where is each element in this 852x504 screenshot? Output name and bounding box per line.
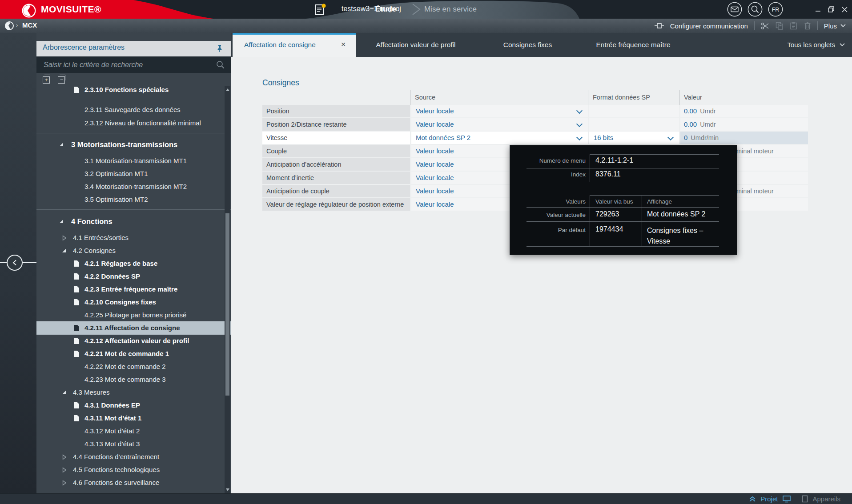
tree-item[interactable]: 4.2.25 Pilotage par bornes priorisé	[36, 308, 225, 322]
title-bar: MOVISUITE® testsew3~1.msproj Étude Mise …	[0, 0, 852, 19]
tree-item-selected[interactable]: 4.2.11 Affectation de consigne	[36, 321, 231, 335]
brand-name: MOVISUITE®	[41, 4, 101, 15]
tree-search-box	[36, 56, 231, 73]
tree-item[interactable]: 4.3.12 Mot d’état 2	[36, 424, 225, 438]
expanded-triangle-icon[interactable]	[60, 220, 63, 223]
paste-icon[interactable]	[790, 22, 798, 30]
tree-scrollbar[interactable]	[225, 86, 230, 493]
search-input[interactable]	[43, 58, 209, 72]
tree-item[interactable]: 4.6 Fonctions de surveillance	[36, 476, 225, 489]
tree-item[interactable]: 4.4 Fonctions d’entraînement	[36, 450, 225, 464]
tree-item[interactable]: 4.2.22 Mot de commande 2	[36, 360, 225, 373]
tree-item[interactable]: 4.5 Fonctions technologiques	[36, 463, 225, 476]
value-field[interactable]: 0.00Umdr	[680, 105, 808, 117]
tree-item[interactable]: 4.3.13 Mot d’état 3	[36, 437, 225, 451]
source-dropdown[interactable]: Valeur locale	[411, 118, 588, 131]
breadcrumb-chevron: ›	[16, 22, 18, 28]
tab-affectation-valeur-de-profil[interactable]: Affectation valeur de profil	[360, 33, 472, 57]
scroll-up-icon[interactable]	[226, 88, 229, 91]
document-icon	[74, 351, 79, 357]
document-icon	[74, 325, 79, 331]
close-tab-icon[interactable]: ✕	[341, 41, 346, 48]
scroll-down-icon[interactable]	[226, 488, 229, 491]
value-field[interactable]: 0.00Umdr	[680, 118, 808, 131]
project-file-icon[interactable]	[314, 3, 327, 16]
monitor-icon[interactable]	[782, 495, 791, 503]
tree-item[interactable]: 3.2 Optimisation MT1	[36, 167, 225, 180]
expanded-triangle-icon[interactable]	[62, 391, 66, 394]
tab-bar: Affectation de consigne ✕ Affectation va…	[231, 33, 852, 57]
tab-affectation-de-consigne[interactable]: Affectation de consigne ✕	[233, 33, 356, 57]
plus-menu-button[interactable]: Plus	[824, 22, 846, 30]
tree-group[interactable]: 4 Fonctions	[36, 214, 225, 229]
tree-item[interactable]: 4.2.2 Données SP	[36, 270, 225, 283]
configure-communication-icon[interactable]	[655, 22, 664, 29]
tree-item[interactable]: 4.2.23 Mot de commande 3	[36, 373, 225, 386]
menu-number-value: 4.2.11-1.2-1	[595, 156, 633, 164]
tree-item[interactable]: 3.4 Motorisation-transmission MT2	[36, 180, 225, 193]
svg-text:FR: FR	[772, 7, 780, 13]
scrollbar-thumb[interactable]	[225, 213, 229, 396]
project-view-button[interactable]: Projet	[760, 495, 778, 503]
tab-entree-frequence-maitre[interactable]: Entrée fréquence maître	[582, 33, 684, 57]
search-icon[interactable]	[748, 2, 763, 17]
default-bus-value: 1974434	[595, 225, 623, 233]
tree-item[interactable]: 4.3 Mesures	[36, 386, 225, 399]
collapsed-triangle-icon[interactable]	[62, 454, 67, 460]
collapsed-triangle-icon[interactable]	[62, 467, 67, 473]
close-icon[interactable]	[839, 0, 850, 19]
collapse-all-icon[interactable]: −	[58, 76, 65, 84]
document-icon	[74, 87, 79, 93]
language-badge[interactable]: FR	[768, 2, 783, 17]
tab-consignes-fixes[interactable]: Consignes fixes	[480, 33, 575, 57]
format-dropdown[interactable]: 16 bits	[589, 132, 679, 144]
command-bar: › MCX Configurer communication	[0, 19, 852, 33]
copy-icon[interactable]	[776, 22, 784, 30]
message-icon[interactable]	[727, 2, 742, 17]
movisuite-window: MOVISUITE® testsew3~1.msproj Étude Mise …	[0, 0, 852, 504]
tree-item[interactable]: 2.3.12 Niveau de fonctionnalité minimal	[36, 116, 225, 130]
index-label: Index	[510, 171, 586, 178]
tree-item[interactable]: 2.3.11 Sauvegarde des données	[36, 103, 225, 116]
collapsed-triangle-icon[interactable]	[62, 235, 67, 241]
tree-item[interactable]: 4.2.10 Consignes fixes	[36, 296, 225, 309]
source-dropdown[interactable]: Valeur locale	[411, 105, 588, 117]
all-tabs-button[interactable]: Tous les onglets	[787, 33, 845, 57]
tree-group-divider	[36, 133, 231, 133]
devices-view-button[interactable]: Appareils	[812, 495, 840, 503]
pin-icon[interactable]	[216, 44, 224, 53]
tree-item[interactable]: 4.2.1 Réglages de base	[36, 257, 225, 270]
tree-item[interactable]: 3.1 Motorisation-transmission MT1	[36, 154, 225, 168]
expand-all-icon[interactable]: +	[43, 76, 50, 84]
delete-icon[interactable]	[804, 22, 811, 30]
expanded-triangle-icon[interactable]	[62, 249, 66, 252]
tree-group[interactable]: 3 Motorisations-transmissions	[36, 137, 225, 152]
phase-tab-etude[interactable]: Étude	[365, 0, 407, 19]
expanded-triangle-icon[interactable]	[60, 143, 63, 146]
minimize-button[interactable]	[812, 0, 824, 19]
source-dropdown[interactable]: Mot données SP 2	[411, 132, 588, 144]
cut-icon[interactable]	[761, 22, 769, 30]
toolbar-divider	[754, 21, 755, 30]
tree-item[interactable]: 4.2.21 Mot de commande 1	[36, 347, 225, 360]
collapse-panel-button[interactable]	[7, 255, 23, 271]
parameter-page: Consignes Source Format données SP Valeu…	[231, 57, 852, 493]
tree-item[interactable]: 2.3.10 Fonctions spéciales	[36, 86, 225, 96]
tree-item[interactable]: 4.2.12 Affectation valeur de profil	[36, 334, 225, 348]
restore-button[interactable]	[825, 0, 837, 19]
tree-item[interactable]: 4.3.1 Données EP	[36, 399, 225, 412]
collapse-up-icon[interactable]	[749, 496, 756, 502]
configure-communication-button[interactable]: Configurer communication	[670, 22, 748, 30]
collapsed-triangle-icon[interactable]	[62, 480, 67, 486]
device-breadcrumb-icon[interactable]	[4, 21, 14, 31]
tree-item[interactable]: 4.3.11 Mot d’état 1	[36, 412, 225, 425]
tree-item[interactable]: 3.5 Optimisation MT2	[36, 193, 225, 206]
document-icon	[74, 260, 79, 267]
tree-item[interactable]: 4.1 Entrées/sorties	[36, 231, 225, 244]
phase-tab-mise-en-service[interactable]: Mise en service	[417, 0, 484, 19]
value-field[interactable]: 0Umdr/min	[680, 132, 808, 144]
parameter-tree: 2.3.10 Fonctions spéciales 2.3.11 Sauveg…	[36, 86, 231, 493]
tree-item[interactable]: 4.2.3 Entrée fréquence maître	[36, 283, 225, 296]
table-row-position2: Position 2/Distance restante Valeur loca…	[262, 118, 808, 131]
tree-item[interactable]: 4.2 Consignes	[36, 244, 225, 257]
